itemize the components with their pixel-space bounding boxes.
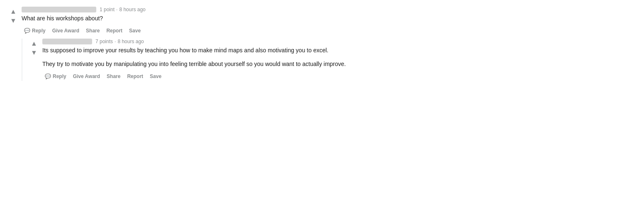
comment-item: ▲ ▼ 7 points · 8 hours ago Its supposed … [29, 39, 589, 81]
dot-separator: · [116, 7, 117, 12]
time-ago: 8 hours ago [119, 7, 145, 12]
upvote-button[interactable]: ▲ [30, 39, 38, 48]
comment-thread: ▲ ▼ 1 point · 8 hours ago What are his w… [8, 7, 589, 81]
upvote-button[interactable]: ▲ [9, 7, 17, 16]
share-button[interactable]: Share [83, 26, 102, 35]
nested-comment-container: ▲ ▼ 7 points · 8 hours ago Its supposed … [22, 39, 589, 81]
downvote-button[interactable]: ▼ [9, 17, 17, 25]
save-button[interactable]: Save [147, 72, 164, 81]
username-placeholder [22, 7, 96, 12]
give-award-button[interactable]: Give Award [71, 72, 102, 81]
points-label: 1 point [100, 7, 115, 12]
downvote-button[interactable]: ▼ [30, 49, 38, 57]
comment-text: What are his workshops about? [22, 14, 589, 23]
vote-column: ▲ ▼ [8, 7, 18, 35]
give-award-button[interactable]: Give Award [50, 26, 82, 35]
comment-header: 1 point · 8 hours ago [22, 7, 589, 12]
comment-meta: 7 points · 8 hours ago [95, 39, 144, 44]
comment-body: 1 point · 8 hours ago What are his works… [22, 7, 589, 35]
reply-button[interactable]: 💬 Reply [42, 72, 69, 81]
reply-button[interactable]: 💬 Reply [22, 26, 48, 35]
points-label: 7 points [95, 39, 113, 44]
comment-header: 7 points · 8 hours ago [42, 39, 589, 44]
comment-body: 7 points · 8 hours ago Its supposed to i… [42, 39, 589, 81]
vote-column: ▲ ▼ [29, 39, 39, 81]
reply-icon: 💬 [45, 73, 51, 79]
save-button[interactable]: Save [127, 26, 143, 35]
time-ago: 8 hours ago [117, 39, 144, 44]
dot-separator: · [115, 39, 116, 44]
report-button[interactable]: Report [104, 26, 125, 35]
share-button[interactable]: Share [104, 72, 123, 81]
report-button[interactable]: Report [124, 72, 146, 81]
action-bar: 💬 Reply Give Award Share Report Save [42, 72, 589, 81]
comment-text-paragraph-1: Its supposed to improve your results by … [42, 46, 589, 55]
comment-text-paragraph-2: They try to motivate you by manipulating… [42, 60, 589, 68]
reply-icon: 💬 [24, 28, 30, 34]
comment-meta: 1 point · 8 hours ago [100, 7, 146, 12]
comment-item: ▲ ▼ 1 point · 8 hours ago What are his w… [8, 7, 589, 35]
username-placeholder [42, 39, 92, 44]
action-bar: 💬 Reply Give Award Share Report Save [22, 26, 589, 35]
